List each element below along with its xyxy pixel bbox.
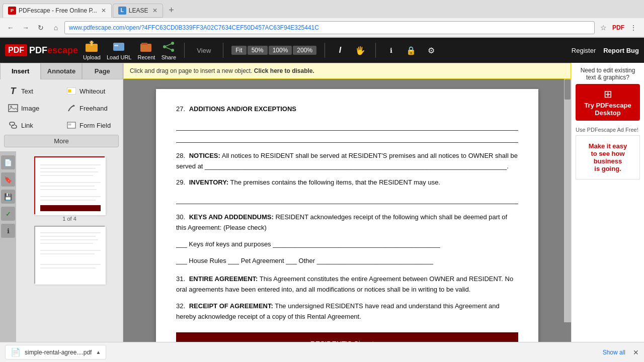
nav-right: ☆ PDF ⋮ [597, 21, 640, 34]
download-item: 📄 simple-rental-agree....pdf ▲ [5, 345, 106, 359]
upload-tool[interactable]: Upload [83, 41, 101, 60]
load-url-icon [112, 41, 127, 53]
home-button[interactable]: ⌂ [49, 21, 62, 34]
tab-close-2[interactable]: ✕ [152, 7, 157, 14]
recent-label: Recent [137, 54, 155, 60]
notification-text: Click and drag on page to insert a new o… [130, 67, 252, 74]
link-tool[interactable]: Link [4, 118, 60, 133]
pdfescape-ext-icon[interactable]: PDF [612, 21, 625, 34]
pdf-scrollbar-thumb[interactable] [565, 79, 571, 100]
notification-link[interactable]: Click here to disable. [254, 67, 314, 74]
sidebar-icon-bookmark[interactable]: 🔖 [1, 172, 15, 187]
report-bug-button[interactable]: Report Bug [603, 47, 639, 54]
sidebar-tools: T Text Whiteout Image [0, 79, 123, 151]
whiteout-tool[interactable]: Whiteout [62, 83, 119, 99]
sidebar: Insert Annotate Page T Text Whiteout [0, 63, 123, 362]
app: PDF PDFescape Upload Load URL [0, 38, 644, 362]
tab-favicon-2: L [118, 7, 126, 15]
text-tool-icon: T [8, 86, 18, 96]
thumb-container-1: 1 of 4 [34, 156, 105, 222]
share-icon [161, 41, 176, 53]
tab-annotate[interactable]: Annotate [41, 63, 82, 79]
lock-icon[interactable]: 🔒 [404, 43, 418, 57]
upload-icon [84, 41, 99, 53]
load-url-label: Load URL [107, 54, 132, 60]
forward-button[interactable]: → [19, 21, 32, 34]
tab-label-1: PDFescape - Free Online P... [19, 7, 97, 14]
ad-free-text[interactable]: Use PDFescape Ad Free! [576, 127, 640, 133]
sidebar-icon-info[interactable]: ℹ [1, 224, 15, 238]
hand-tool-icon[interactable]: 🖐 [353, 43, 367, 57]
form-field-tool-icon [66, 120, 76, 130]
recent-tool[interactable]: Recent [137, 41, 155, 60]
section-31: 31. ENTIRE AGREEMENT: This Agreement con… [176, 274, 518, 295]
sidebar-icon-check[interactable]: ✓ [1, 207, 15, 221]
info-icon[interactable]: ℹ [384, 43, 398, 57]
pdf-content: 27. ADDITIONS AND/OR EXCEPTIONS 28. NOTI… [176, 104, 518, 342]
more-button[interactable]: More [4, 135, 119, 147]
section-30-heading: KEYS AND ADDDENDUMS: [189, 213, 274, 221]
tab-close-1[interactable]: ✕ [101, 7, 106, 14]
load-url-tool[interactable]: Load URL [107, 41, 132, 60]
tab-pdfescape[interactable]: P PDFescape - Free Online P... ✕ [3, 4, 112, 18]
download-bar-close[interactable]: ✕ [633, 348, 639, 356]
svg-line-9 [165, 47, 173, 50]
sidebar-tabs: Insert Annotate Page [0, 63, 123, 79]
zoom-50-button[interactable]: 50% [248, 46, 268, 55]
back-button[interactable]: ← [4, 21, 17, 34]
svg-rect-27 [40, 205, 101, 211]
tab-insert[interactable]: Insert [0, 63, 41, 79]
left-sidebar-icons: 📄 🔖 💾 ✓ ℹ [0, 151, 16, 362]
tab-favicon-1: P [8, 7, 16, 15]
ad-banner-text: Make it easy to see how business is goin… [579, 138, 637, 176]
new-tab-button[interactable]: + [166, 5, 178, 17]
pdf-area[interactable]: 27. ADDITIONS AND/OR EXCEPTIONS 28. NOTI… [123, 79, 571, 342]
freehand-tool-label: Freehand [79, 105, 108, 112]
section-32-heading: RECEIPT OF AGREEMENT: [189, 302, 273, 310]
download-filename: simple-rental-agree....pdf [25, 349, 92, 356]
section-29-content: The premises contains the following item… [230, 178, 440, 186]
logo-icon: PDF [5, 44, 27, 56]
bookmark-icon[interactable]: ☆ [597, 21, 610, 34]
settings-gear-icon[interactable]: ⚙ [424, 43, 438, 57]
tab-bar: P PDFescape - Free Online P... ✕ L LEASE… [0, 0, 644, 18]
text-cursor-icon[interactable]: I [333, 43, 347, 57]
ad-cta-button[interactable]: ⊞ Try PDFescape Desktop [576, 84, 640, 121]
form-field-tool-label: Form Field [79, 122, 111, 129]
tab-page[interactable]: Page [82, 63, 123, 79]
logo[interactable]: PDF PDFescape [5, 44, 78, 56]
svg-rect-3 [140, 44, 151, 52]
header-right: Register Report Bug [572, 47, 639, 54]
text-tool[interactable]: T Text [4, 83, 60, 99]
share-label: Share [162, 54, 176, 60]
settings-icon[interactable]: ⋮ [627, 21, 640, 34]
page-thumbnail-1[interactable] [34, 156, 105, 214]
sidebar-icon-save[interactable]: 💾 [1, 190, 15, 204]
thumb-label-1: 1 of 4 [62, 216, 76, 222]
zoom-100-button[interactable]: 100% [269, 46, 292, 55]
pdf-scrollbar[interactable] [564, 79, 571, 322]
whiteout-tool-icon [66, 86, 76, 96]
section-29: 29. INVENTORY: The premises contains the… [176, 177, 518, 188]
page-thumbnail-2[interactable] [34, 226, 105, 284]
share-tool[interactable]: Share [161, 41, 176, 60]
section-29-line [176, 194, 518, 204]
download-bar: 📄 simple-rental-agree....pdf ▲ Show all … [0, 342, 644, 362]
ad-banner: Make it easy to see how business is goin… [576, 135, 640, 179]
download-dropdown-arrow[interactable]: ▲ [96, 349, 101, 355]
section-30-item1: ___ Keys #of keys and purposes _________… [176, 239, 518, 250]
show-all-button[interactable]: Show all [603, 349, 625, 356]
image-tool[interactable]: Image [4, 101, 60, 116]
form-field-tool[interactable]: Form Field [62, 118, 119, 133]
address-bar[interactable] [64, 21, 595, 34]
refresh-button[interactable]: ↻ [34, 21, 47, 34]
app-header: PDF PDFescape Upload Load URL [0, 38, 644, 63]
register-button[interactable]: Register [572, 47, 596, 54]
sidebar-icon-file[interactable]: 📄 [1, 155, 15, 169]
zoom-200-button[interactable]: 200% [293, 46, 316, 55]
tab-lease[interactable]: L LEASE ✕ [113, 4, 163, 18]
view-button[interactable]: View [193, 45, 215, 56]
freehand-tool[interactable]: Freehand [62, 101, 119, 116]
zoom-fit-button[interactable]: Fit [231, 46, 246, 55]
link-tool-icon [8, 120, 18, 130]
